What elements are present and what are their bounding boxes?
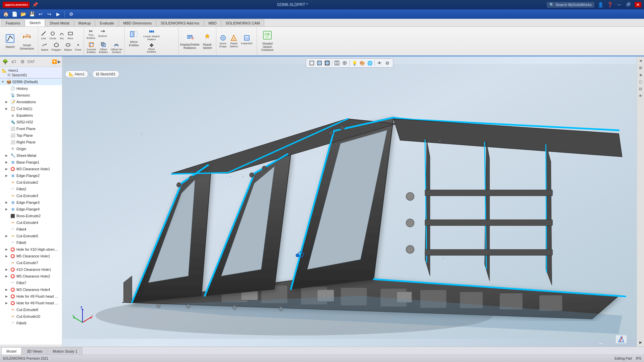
breadcrumb-sketch81[interactable]: ⊟ Sketch81 (92, 70, 119, 78)
vt-scene-btn[interactable]: 🌐 (366, 59, 374, 67)
convert-entities-tool[interactable]: ConvertEntities (86, 42, 97, 55)
vt-view-orient-btn[interactable]: 👁 (376, 59, 383, 67)
shaded-contours-tool[interactable]: ShadedSketchContours (260, 31, 275, 51)
config-mgr-icon[interactable]: ⚙ (19, 58, 26, 65)
rp-expand-icon[interactable]: ◀ (638, 58, 644, 64)
tree-item-fillet5[interactable]: ◠ Fillet5 (0, 239, 62, 246)
linear-pattern-tool[interactable]: Linear SketchPattern (142, 28, 161, 42)
new-btn[interactable]: 📄 (11, 11, 18, 17)
sidebar-resize-handle[interactable] (0, 345, 62, 347)
trim-tool[interactable]: ✂TrimEntities (86, 28, 96, 40)
breadcrumb-hem1[interactable]: 📐 Hem1 (65, 70, 88, 78)
tree-item-front-plane[interactable]: ⬜ Front Plane (0, 125, 62, 132)
tree-item-history[interactable]: 🕐 History (0, 85, 62, 92)
tree-item-edge-flange4[interactable]: ▶ ⊞ Edge-Flange4 (0, 206, 62, 213)
tree-item-10-hole1[interactable]: ▶ ⭕ #10 Clearance Hole1 (0, 266, 62, 273)
tab-features[interactable]: Features (1, 19, 24, 26)
vt-hide-btn[interactable] (341, 59, 348, 67)
quick-snaps-tool[interactable]: QuickSnaps (218, 34, 228, 49)
save-btn[interactable]: 💾 (28, 11, 36, 17)
tree-item-fillet4[interactable]: ◠ Fillet4 (0, 226, 62, 233)
move-entities-tool[interactable]: ✥MoveEntities (142, 42, 161, 54)
tree-item-cut-extrude7[interactable]: ✂ Cut-Extrude7 (0, 259, 62, 266)
close-btn[interactable]: ✕ (635, 2, 641, 7)
extend-tool[interactable]: Extend (97, 28, 108, 40)
sidebar-filter-icon[interactable]: 🔽 (52, 59, 57, 64)
vt-lights-btn[interactable]: 💡 (351, 59, 358, 67)
display-delete-tool[interactable]: Display/DeleteRelations (180, 31, 199, 51)
hem1-item[interactable]: 📐 Hem1 (2, 68, 60, 73)
tree-item-edge-flange2[interactable]: ▶ ⊞ Edge-Flange2 (0, 172, 62, 179)
arc-tool[interactable]: Arc (58, 31, 65, 41)
offset-surface-tool[interactable]: Offset OnSurface (110, 42, 123, 55)
sketch-tool[interactable]: Sketch (3, 29, 17, 53)
tree-item-m3-hole1[interactable]: ▶ ⭕ M3 Clearance Hole1 (0, 166, 62, 172)
undo-btn[interactable]: ↩ (37, 11, 44, 17)
tree-item-annotations[interactable]: ▶ 📝 Annotations (0, 99, 62, 105)
account-btn[interactable]: 👤 (597, 2, 604, 7)
tree-item-root[interactable]: ▼ 📦 02996 (Default) (0, 78, 62, 85)
mirror-entities-tool[interactable]: MirrorEntities (126, 28, 141, 49)
rect-tool[interactable]: Rect (66, 31, 74, 41)
tree-item-edge-flange3[interactable]: ▶ ⊞ Edge-Flange3 (0, 199, 62, 206)
tree-item-cutlist[interactable]: ▶ 📋 Cut list(1) (0, 105, 62, 112)
tree-item-sensors[interactable]: 📡 Sensors (0, 92, 62, 99)
tree-item-m5-hole2[interactable]: ▶ ⭕ M5 Clearance Hole2 (0, 273, 62, 280)
repair-sketch-tool[interactable]: RepairSketch (200, 31, 215, 51)
vt-section-btn[interactable] (333, 59, 341, 67)
tree-item-origin[interactable]: ✛ Origin (0, 145, 62, 152)
tree-item-fillet2[interactable]: ◠ Fillet2 (0, 186, 62, 192)
tab-solidworks-cam[interactable]: SOLIDWORKS CAM (221, 19, 264, 26)
rapid-sketch-tool[interactable]: RRapidSketch (229, 34, 239, 49)
tab-sheetmetal[interactable]: Sheet Metal (45, 19, 74, 26)
rp-bottom-btn[interactable]: ▶ (638, 339, 644, 345)
rebuild-btn[interactable]: ▶ (54, 11, 62, 17)
tree-item-cut-extrude3[interactable]: ✂ Cut-Extrude3 (0, 192, 62, 199)
open-btn[interactable]: 📂 (19, 11, 27, 17)
tree-item-top-plane[interactable]: ⬜ Top Plane (0, 132, 62, 139)
sketch81-item[interactable]: ⊟ Sketch81 (2, 73, 60, 77)
tree-item-m5-hole1[interactable]: ▶ ⭕ M5 Clearance Hole1 (0, 253, 62, 259)
options-btn[interactable]: ⚙ (67, 11, 75, 17)
tree-item-equations[interactable]: = Equations (0, 112, 62, 119)
tree-item-cut-extrude5[interactable]: ▶ ✂ Cut-Extrude5 (0, 233, 62, 239)
tab-mbd[interactable]: MBD (204, 19, 221, 26)
dxf-icon[interactable]: DXF (28, 58, 35, 65)
sidebar-expand-icon[interactable]: ▶ (58, 59, 61, 64)
tree-item-fillet7[interactable]: ◠ Fillet7 (0, 280, 62, 286)
rp-btn5[interactable]: 👁 (638, 93, 644, 99)
tree-item-cut-extrude10[interactable]: ✂ Cut-Extrude10 (0, 313, 62, 320)
search-box[interactable]: 🔍 Search MySolidWorks (547, 2, 594, 8)
tab-evaluate[interactable]: Evaluate (95, 19, 118, 26)
polygon-tool[interactable]: Polygon (50, 42, 62, 52)
vt-shaded-btn[interactable] (316, 59, 323, 67)
rp-btn3[interactable]: ⬡ (638, 79, 644, 85)
point-tool[interactable]: Point (74, 42, 82, 52)
rp-btn2[interactable]: ◈ (638, 72, 644, 78)
minimize-btn[interactable]: ─ (616, 2, 623, 7)
tree-item-base-flange1[interactable]: ▶ ⊞ Base-Flange1 (0, 159, 62, 166)
btab-motion[interactable]: Motion Study 1 (48, 347, 82, 355)
tree-item-fillet9[interactable]: ◠ Fillet9 (0, 320, 62, 326)
pin-btn[interactable]: 📌 (32, 2, 38, 7)
tree-item-boss-extrude2[interactable]: ⬛ Boss-Extrude2 (0, 213, 62, 219)
feature-mgr-icon[interactable]: 🌳 (1, 58, 9, 65)
tree-item-material[interactable]: 🔩 S052-H32 (0, 119, 62, 125)
vt-appearance-btn[interactable]: 🎨 (359, 59, 366, 67)
tree-item-cut-extrude2[interactable]: ✂ Cut-Extrude2 (0, 179, 62, 186)
tree-item-hole-flush1[interactable]: ▶ ⭕ Hole for #8 Flush head Studs (FH (0, 293, 62, 300)
btab-model[interactable]: Model (1, 347, 21, 355)
ellipse-tool[interactable]: Ellipse (63, 42, 73, 52)
spline-tool[interactable]: Spline (40, 42, 49, 52)
tree-item-right-plane[interactable]: ⬜ Right Plane (0, 139, 62, 145)
btab-3dviews[interactable]: 3D Views (22, 347, 47, 355)
property-mgr-icon[interactable]: 🏷 (10, 58, 17, 65)
restore-btn[interactable]: 🗗 (625, 2, 632, 7)
offset-entities-tool[interactable]: OffsetEntities (98, 42, 109, 55)
tree-item-hole-flush2[interactable]: ▶ ⭕ Hole for #8 Flush head Studs (FH (0, 300, 62, 306)
help-btn[interactable]: ❓ (606, 2, 613, 7)
circle-tool[interactable]: Circle (48, 31, 57, 41)
home-btn[interactable]: 🏠 (2, 11, 9, 17)
tab-sketch[interactable]: Sketch (25, 19, 45, 26)
tree-item-cut-extrude4[interactable]: ✂ Cut-Extrude4 (0, 219, 62, 226)
